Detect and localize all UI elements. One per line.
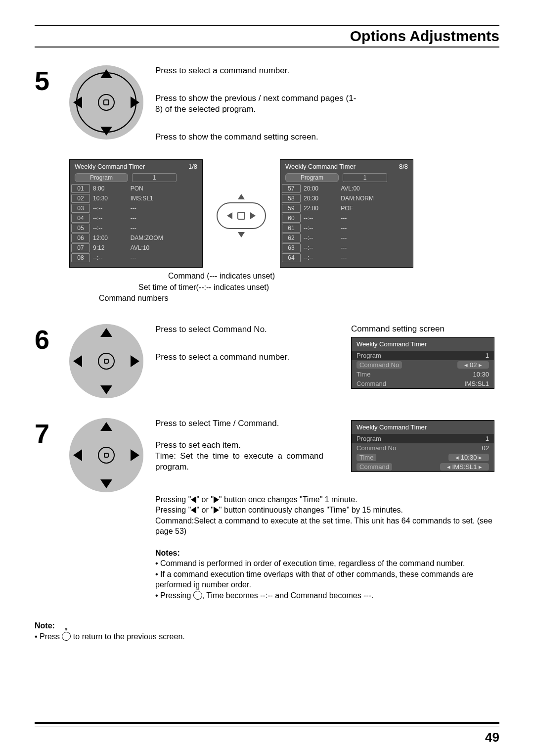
row-value: IMS:SL1 — [464, 380, 489, 387]
title-bar: Options Adjustments — [35, 25, 499, 47]
left-arrow-icon — [73, 355, 82, 367]
instruction-text: Press to select Command No. — [155, 324, 351, 335]
notes-heading: Note: — [35, 621, 55, 630]
dpad-icon — [69, 65, 143, 140]
note-item: • Press to return to the previous screen… — [35, 631, 499, 642]
right-arrow-icon — [214, 496, 219, 503]
row-value: 10:30 — [473, 371, 489, 378]
program-value: 1 — [132, 173, 177, 182]
left-arrow-icon — [191, 496, 196, 503]
row-value: 10:30 — [448, 454, 489, 461]
row-label: Time — [356, 454, 376, 461]
row-label: Command No — [356, 444, 396, 452]
step-7: 7 Press to select Time / Command. Press … — [35, 418, 499, 601]
body-text: Command:Select a command to execute at t… — [155, 516, 499, 537]
timer-panel-right: Weekly Command Timer 8/8 Program 1 5720:… — [280, 159, 413, 268]
instruction-text: Press to show the command setting screen… — [155, 132, 363, 142]
instruction-text: Press to select a command number. — [155, 65, 363, 76]
page-title: Options Adjustments — [35, 26, 499, 47]
callout-text: Command numbers — [99, 293, 499, 304]
dpad-icon — [69, 418, 143, 492]
body-text: Pressing "" or "" button once changes "T… — [155, 494, 499, 505]
footer-rule — [35, 722, 499, 726]
step-number: 5 — [35, 65, 69, 304]
instruction-text: Press to set each item. — [155, 440, 346, 451]
row-label: Time — [356, 371, 370, 378]
enter-button-icon — [98, 94, 115, 111]
callout-text: Set time of timer(--:-- indicates unset) — [138, 282, 499, 293]
up-arrow-icon — [100, 328, 112, 337]
panel-page: 8/8 — [399, 163, 408, 170]
instruction-text: Press to select a command number. — [155, 352, 351, 363]
left-arrow-icon — [73, 449, 82, 461]
svg-rect-4 — [104, 453, 108, 457]
enter-button-icon — [98, 353, 115, 370]
body-text: Pressing "" or "" button continuously ch… — [155, 505, 499, 516]
program-label: Program — [285, 173, 339, 182]
callouts: Command (--- indicates unset) Set time o… — [69, 271, 499, 304]
instruction-text: Press to select Time / Command. — [155, 418, 346, 429]
down-arrow-icon — [100, 385, 112, 394]
row-label: Command No — [356, 361, 402, 369]
row-label: Command — [356, 380, 386, 387]
callout-text: Command (--- indicates unset) — [168, 271, 499, 282]
panel-page: 1/8 — [188, 163, 197, 170]
left-arrow-icon — [73, 96, 82, 108]
bottom-note: Note: • Press to return to the previous … — [35, 620, 499, 642]
row-value: 02 — [457, 361, 489, 369]
subheading: Command setting screen — [351, 324, 499, 334]
down-arrow-icon — [100, 479, 112, 488]
row-label: Command — [356, 463, 392, 471]
timer-panel-left: Weekly Command Timer 1/8 Program 1 018:0… — [69, 159, 203, 268]
svg-rect-2 — [104, 100, 109, 105]
command-setting-panel: Weekly Command Timer Program1 Command No… — [351, 420, 494, 472]
panel-title: Weekly Command Timer — [285, 163, 356, 170]
svg-rect-3 — [104, 359, 108, 363]
note-item: • If a command execution time overlaps w… — [155, 569, 499, 590]
down-arrow-icon — [100, 127, 112, 136]
instruction-text: Press to show the previous / next comman… — [155, 93, 363, 115]
program-value: 1 — [343, 173, 387, 182]
r-key-icon — [62, 632, 71, 641]
right-arrow-icon — [214, 507, 219, 514]
command-table: 5720:00AVL:00 5820:30DAM:NORM 5922:00POF… — [280, 183, 413, 263]
dpad-icon — [69, 324, 143, 398]
left-arrow-icon — [191, 507, 196, 514]
step-5: 5 Press to select a comm — [35, 65, 499, 304]
nav-arrows-icon — [207, 159, 276, 237]
panel-title: Weekly Command Timer — [75, 163, 145, 170]
step-number: 7 — [35, 418, 69, 601]
up-arrow-icon — [100, 422, 112, 431]
right-arrow-icon — [131, 96, 139, 108]
up-arrow-icon — [100, 69, 112, 78]
step-number: 6 — [35, 324, 69, 398]
row-value: 02 — [482, 444, 489, 452]
note-item: • Command is performed in order of execu… — [155, 558, 499, 569]
command-table: 018:00PON 0210:30IMS:SL1 03--:----- 04--… — [70, 183, 202, 263]
row-value: IMS:SL1 — [440, 463, 489, 471]
command-setting-panel: Weekly Command Timer Program1 Command No… — [351, 337, 494, 389]
instruction-text: Time: Set the time to execute a command … — [155, 451, 323, 472]
right-arrow-icon — [131, 449, 139, 461]
n-key-icon — [193, 591, 202, 600]
enter-button-icon — [98, 447, 115, 464]
note-item: • Pressing , Time becomes --:-- and Comm… — [155, 590, 499, 601]
panel-title: Weekly Command Timer — [352, 337, 494, 351]
page-number: 49 — [485, 730, 499, 745]
right-arrow-icon — [131, 355, 139, 367]
step-6: 6 Press to select Command No. Press to s… — [35, 324, 499, 398]
program-label: Program — [75, 173, 128, 182]
notes-heading: Notes: — [155, 549, 180, 557]
panel-title: Weekly Command Timer — [352, 421, 494, 434]
